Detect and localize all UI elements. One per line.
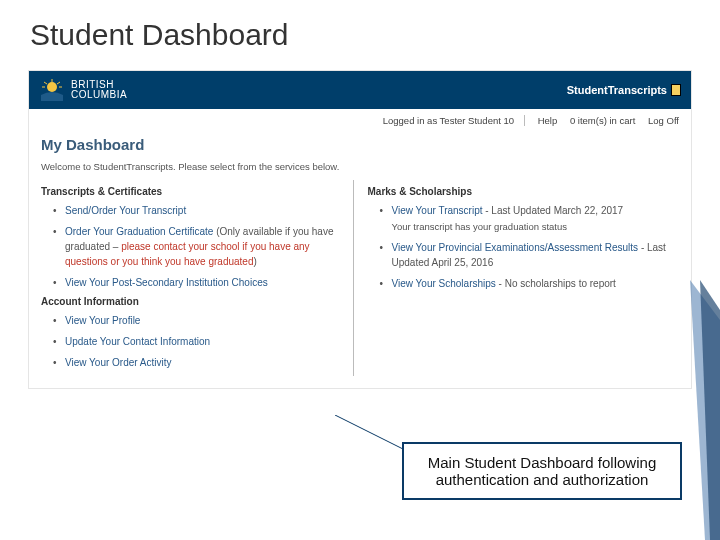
transcript-sub: Your transcript has your graduation stat… <box>392 220 668 234</box>
view-psi-link[interactable]: View Your Post-Secondary Institution Cho… <box>65 277 268 288</box>
left-column: Transcripts & Certificates Send/Order Yo… <box>41 180 354 376</box>
list-item: View Your Order Activity <box>53 355 341 370</box>
section-marks: Marks & Scholarships <box>368 186 668 197</box>
utility-bar: Logged in as Tester Student 10 Help 0 it… <box>29 109 691 132</box>
view-orders-link[interactable]: View Your Order Activity <box>65 357 172 368</box>
order-grad-cert-link[interactable]: Order Your Graduation Certificate <box>65 226 213 237</box>
section-transcripts: Transcripts & Certificates <box>41 186 341 197</box>
help-link[interactable]: Help <box>538 115 558 126</box>
right-column: Marks & Scholarships View Your Transcrip… <box>354 180 680 376</box>
brand-bottom: COLUMBIA <box>71 90 127 100</box>
bc-logo: BRITISH COLUMBIA <box>39 79 127 101</box>
list-item: View Your Provincial Examinations/Assess… <box>380 240 668 270</box>
svg-line-2 <box>44 82 47 84</box>
view-exams-link[interactable]: View Your Provincial Examinations/Assess… <box>392 242 639 253</box>
update-contact-link[interactable]: Update Your Contact Information <box>65 336 210 347</box>
logoff-link[interactable]: Log Off <box>648 115 679 126</box>
view-transcript-link[interactable]: View Your Transcript <box>392 205 483 216</box>
logged-in-label: Logged in as Tester Student 10 <box>383 115 525 126</box>
list-item: View Your Transcript - Last Updated Marc… <box>380 203 668 234</box>
cart-link[interactable]: 0 item(s) in cart <box>570 115 635 126</box>
list-item: Order Your Graduation Certificate (Only … <box>53 224 341 269</box>
sun-icon <box>39 79 65 101</box>
app-header: BRITISH COLUMBIA StudentTranscripts <box>29 71 691 109</box>
section-account: Account Information <box>41 296 341 307</box>
svg-point-0 <box>47 82 57 92</box>
dashboard-title: My Dashboard <box>29 132 691 159</box>
list-item: View Your Scholarships - No scholarships… <box>380 276 668 291</box>
slide-title: Student Dashboard <box>0 0 720 60</box>
list-item: Update Your Contact Information <box>53 334 341 349</box>
list-item: Send/Order Your Transcript <box>53 203 341 218</box>
callout-leader-line <box>335 415 405 455</box>
dashboard-screenshot: BRITISH COLUMBIA StudentTranscripts Logg… <box>28 70 692 389</box>
welcome-text: Welcome to StudentTranscripts. Please se… <box>29 159 691 180</box>
callout-box: Main Student Dashboard following authent… <box>402 442 682 500</box>
app-title: StudentTranscripts <box>567 84 681 96</box>
view-scholarships-link[interactable]: View Your Scholarships <box>392 278 496 289</box>
svg-line-3 <box>57 82 60 84</box>
list-item: View Your Post-Secondary Institution Cho… <box>53 275 341 290</box>
svg-line-6 <box>335 415 405 450</box>
corner-accent <box>660 280 720 540</box>
document-icon <box>671 84 681 96</box>
send-transcript-link[interactable]: Send/Order Your Transcript <box>65 205 186 216</box>
view-profile-link[interactable]: View Your Profile <box>65 315 140 326</box>
list-item: View Your Profile <box>53 313 341 328</box>
